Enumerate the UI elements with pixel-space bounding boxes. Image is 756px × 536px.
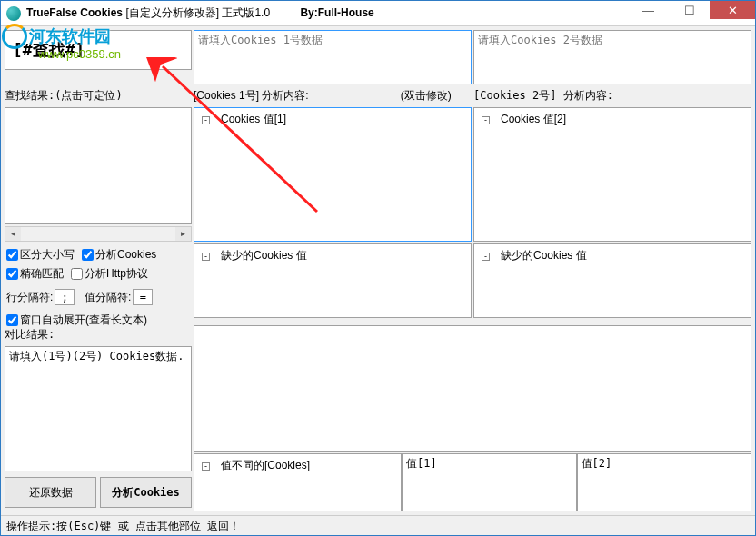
collapse-icon[interactable]: - xyxy=(202,116,210,124)
restore-button[interactable]: 还原数据 xyxy=(5,477,96,508)
collapse-icon[interactable]: - xyxy=(482,253,490,261)
cookies2-missing[interactable]: -缺少的Cookies 值 xyxy=(473,243,751,318)
diff-col-val2[interactable]: 值[2] xyxy=(577,453,752,511)
compare-results[interactable]: 请填入(1号)(2号) Cookies数据. xyxy=(5,346,192,471)
line-sep-label: 行分隔符: xyxy=(6,290,53,305)
cookies1-input[interactable] xyxy=(194,30,472,84)
minimize-button[interactable]: — xyxy=(628,1,669,19)
app-icon xyxy=(6,6,21,21)
cookies1-analysis-label: [Cookies 1号] 分析内容: (双击修改) xyxy=(194,86,472,105)
tree-row[interactable]: -Cookies 值[2] xyxy=(478,110,747,129)
val-sep-label: 值分隔符: xyxy=(85,290,131,305)
window-title: TrueFalse Cookies [自定义分析修改器] 正式版1.0 By:F… xyxy=(26,5,628,21)
diff-col-key[interactable]: -值不同的[Cookies] xyxy=(194,453,402,511)
close-button[interactable]: ✕ xyxy=(710,1,755,19)
scroll-left-icon[interactable]: ◄ xyxy=(5,227,21,241)
horizontal-scrollbar[interactable]: ◄ ► xyxy=(5,226,192,242)
case-sensitive-checkbox[interactable]: 区分大小写 xyxy=(6,247,75,263)
analyze-button[interactable]: 分析Cookies xyxy=(100,477,192,508)
cookies1-tree[interactable]: -Cookies 值[1] xyxy=(194,107,472,242)
collapse-icon[interactable]: - xyxy=(202,462,210,471)
analyze-cookies-checkbox[interactable]: 分析Cookies xyxy=(82,247,156,263)
maximize-button[interactable]: ☐ xyxy=(669,1,710,19)
tree-row[interactable]: -Cookies 值[1] xyxy=(198,110,467,129)
statusbar: 操作提示:按(Esc)键 或 点击其他部位 返回！ xyxy=(1,515,755,535)
scroll-right-icon[interactable]: ► xyxy=(175,227,191,241)
cookies1-missing[interactable]: -缺少的Cookies 值 xyxy=(194,243,472,318)
exact-match-checkbox[interactable]: 精确匹配 xyxy=(6,266,64,282)
search-input[interactable] xyxy=(5,30,192,70)
analyze-http-checkbox[interactable]: 分析Http协议 xyxy=(71,266,148,282)
cookies2-analysis-label: [Cookies 2号] 分析内容: xyxy=(473,86,751,105)
diff-col-val1[interactable]: 值[1] xyxy=(402,453,577,511)
diff-detail-area[interactable] xyxy=(194,325,751,452)
tree-row: -缺少的Cookies 值 xyxy=(478,246,747,265)
collapse-icon[interactable]: - xyxy=(202,253,210,261)
titlebar: TrueFalse Cookies [自定义分析修改器] 正式版1.0 By:F… xyxy=(1,1,755,26)
search-results-label: 查找结果:(点击可定位) xyxy=(5,86,192,105)
tree-row: -缺少的Cookies 值 xyxy=(198,246,467,265)
diff-table: -值不同的[Cookies] 值[1] 值[2] xyxy=(194,453,751,511)
val-sep-input[interactable] xyxy=(133,289,153,305)
cookies2-tree[interactable]: -Cookies 值[2] xyxy=(473,107,751,242)
search-results-list[interactable] xyxy=(5,107,192,224)
collapse-icon[interactable]: - xyxy=(482,116,490,124)
line-sep-input[interactable] xyxy=(55,289,75,305)
compare-label: 对比结果: xyxy=(5,325,192,344)
cookies2-input[interactable] xyxy=(473,30,751,84)
